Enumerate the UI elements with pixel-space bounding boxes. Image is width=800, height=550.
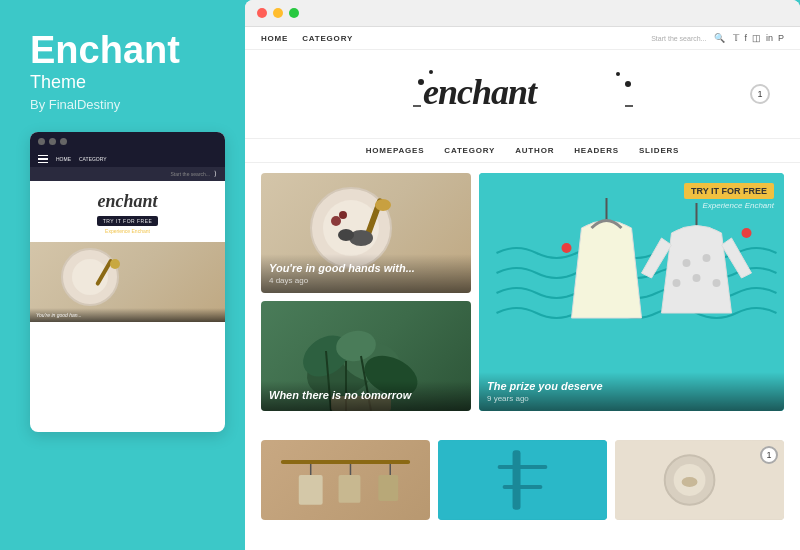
svg-point-5 bbox=[418, 79, 424, 85]
blog-card-bottom-1[interactable] bbox=[261, 440, 430, 520]
sidebar-author: By FinalDestiny bbox=[30, 97, 225, 112]
mini-nav-category: CATEGORY bbox=[79, 156, 107, 162]
facebook-icon[interactable]: f bbox=[744, 33, 747, 43]
mini-dot-3 bbox=[60, 138, 67, 145]
svg-rect-47 bbox=[498, 465, 548, 469]
mini-experience-text: Experience Enchant bbox=[105, 228, 150, 234]
svg-rect-48 bbox=[503, 484, 543, 488]
blog-card-large-title: The prize you deserve bbox=[487, 380, 776, 392]
mini-search-bar: Start the search... ⟩ bbox=[30, 167, 225, 181]
browser-chrome bbox=[245, 0, 800, 27]
mini-bottom-overlay: You're in good han... bbox=[30, 308, 225, 322]
svg-point-37 bbox=[742, 228, 752, 238]
svg-rect-46 bbox=[513, 450, 521, 510]
mini-logo-area: enchant TRY IT FOR FREE Experience Encha… bbox=[30, 181, 225, 242]
mini-nav: HOME CATEGORY bbox=[30, 151, 225, 168]
svg-point-15 bbox=[331, 216, 341, 226]
mini-dot-2 bbox=[49, 138, 56, 145]
mini-bottom-img: You're in good han... bbox=[30, 242, 225, 322]
blog-grid: You're in good hands with... 4 days ago bbox=[245, 163, 800, 550]
blog-card-1-title: You're in good hands with... bbox=[269, 262, 463, 274]
svg-text:enchant: enchant bbox=[423, 72, 538, 112]
site-nav-headers[interactable]: HEADERS bbox=[574, 146, 619, 155]
svg-point-36 bbox=[562, 243, 572, 253]
blog-card-2-overlay: When there is no tomorrow bbox=[261, 381, 471, 411]
site-header: HOME CATEGORY Start the search... 🔍 𝕋 f … bbox=[245, 27, 800, 50]
svg-rect-42 bbox=[339, 475, 361, 503]
site-social-icons: 𝕋 f ◫ in P bbox=[733, 33, 784, 43]
notification-badge: 1 bbox=[750, 84, 770, 104]
blog-card-1-date: 4 days ago bbox=[269, 276, 463, 285]
svg-point-31 bbox=[703, 254, 711, 262]
linkedin-icon[interactable]: in bbox=[766, 33, 773, 43]
site-nav-homepages[interactable]: HOMEPAGES bbox=[366, 146, 425, 155]
svg-point-52 bbox=[682, 477, 698, 487]
browser-dot-red bbox=[257, 8, 267, 18]
blog-card-large[interactable]: TRY IT FOR FREE Experience Enchant The p… bbox=[479, 173, 784, 411]
blog-card-large-date: 9 years ago bbox=[487, 394, 776, 403]
sidebar-title: Enchant bbox=[30, 30, 225, 72]
mini-browser-chrome bbox=[30, 132, 225, 151]
mini-hamburger-icon bbox=[38, 155, 48, 164]
mini-preview-card: HOME CATEGORY Start the search... ⟩ ench… bbox=[30, 132, 225, 432]
svg-point-14 bbox=[375, 199, 391, 211]
site-nav-left: HOME CATEGORY bbox=[261, 34, 353, 43]
blog-card-1[interactable]: You're in good hands with... 4 days ago bbox=[261, 173, 471, 293]
twitter-icon[interactable]: 𝕋 bbox=[733, 33, 739, 43]
mini-logo-text: enchant bbox=[97, 191, 157, 212]
blog-bottom-row: 1 bbox=[261, 440, 784, 541]
mini-try-btn: TRY IT FOR FREE bbox=[97, 216, 159, 226]
site-secondary-nav: HOMEPAGES CATEGORY AUTHOR HEADERS SLIDER… bbox=[245, 139, 800, 163]
svg-rect-44 bbox=[378, 475, 398, 501]
pinterest-icon[interactable]: P bbox=[778, 33, 784, 43]
svg-point-6 bbox=[625, 81, 631, 87]
browser-dot-yellow bbox=[273, 8, 283, 18]
bottom-card-3-badge: 1 bbox=[760, 446, 778, 464]
svg-point-7 bbox=[616, 72, 620, 76]
try-badge: TRY IT FOR FREE bbox=[684, 183, 774, 199]
site-header-right: Start the search... 🔍 𝕋 f ◫ in P bbox=[651, 33, 784, 43]
site-search-placeholder: Start the search... bbox=[651, 35, 706, 42]
instagram-icon[interactable]: ◫ bbox=[752, 33, 761, 43]
site-nav-category[interactable]: CATEGORY bbox=[302, 34, 353, 43]
main-content: HOME CATEGORY Start the search... 🔍 𝕋 f … bbox=[245, 0, 800, 550]
site-nav-author[interactable]: AUTHOR bbox=[515, 146, 554, 155]
mini-dot-1 bbox=[38, 138, 45, 145]
svg-rect-40 bbox=[299, 475, 323, 505]
blog-card-2-title: When there is no tomorrow bbox=[269, 389, 463, 401]
svg-point-3 bbox=[110, 259, 120, 269]
blog-bottom-1-svg bbox=[261, 440, 430, 520]
mini-search-placeholder: Start the search... bbox=[171, 171, 210, 177]
site-nav-home[interactable]: HOME bbox=[261, 34, 288, 43]
mini-bottom-img-text: You're in good han... bbox=[36, 312, 219, 318]
blog-card-2[interactable]: When there is no tomorrow bbox=[261, 301, 471, 411]
experience-badge: Experience Enchant bbox=[684, 201, 774, 210]
svg-point-18 bbox=[338, 229, 354, 241]
blog-card-large-overlay: The prize you deserve 9 years ago bbox=[479, 372, 784, 411]
browser-dot-green bbox=[289, 8, 299, 18]
svg-point-30 bbox=[683, 259, 691, 267]
blog-bottom-3-svg bbox=[615, 440, 784, 520]
mini-search-icon: ⟩ bbox=[214, 170, 217, 178]
blog-card-bottom-3[interactable]: 1 bbox=[615, 440, 784, 520]
svg-rect-38 bbox=[281, 460, 410, 464]
svg-point-32 bbox=[693, 274, 701, 282]
mini-nav-home: HOME bbox=[56, 156, 71, 162]
blog-card-large-badge: TRY IT FOR FREE Experience Enchant bbox=[684, 183, 774, 210]
site-nav-category2[interactable]: CATEGORY bbox=[444, 146, 495, 155]
site-search-icon[interactable]: 🔍 bbox=[714, 33, 725, 43]
sidebar-subtitle: Theme bbox=[30, 72, 225, 93]
svg-rect-45 bbox=[438, 440, 607, 520]
site-logo-section: enchant 1 bbox=[245, 50, 800, 139]
sidebar: Enchant Theme By FinalDestiny HOME CATEG… bbox=[0, 0, 245, 550]
blog-card-1-overlay: You're in good hands with... 4 days ago bbox=[261, 254, 471, 293]
site-logo-text: enchant bbox=[413, 64, 633, 128]
svg-point-8 bbox=[429, 70, 433, 74]
blog-card-bottom-2[interactable] bbox=[438, 440, 607, 520]
site-nav-sliders[interactable]: SLIDERS bbox=[639, 146, 679, 155]
blog-left-col: You're in good hands with... 4 days ago bbox=[261, 173, 471, 432]
svg-point-16 bbox=[339, 211, 347, 219]
enchant-logo-svg: enchant bbox=[413, 64, 633, 119]
svg-point-34 bbox=[713, 279, 721, 287]
svg-point-33 bbox=[673, 279, 681, 287]
